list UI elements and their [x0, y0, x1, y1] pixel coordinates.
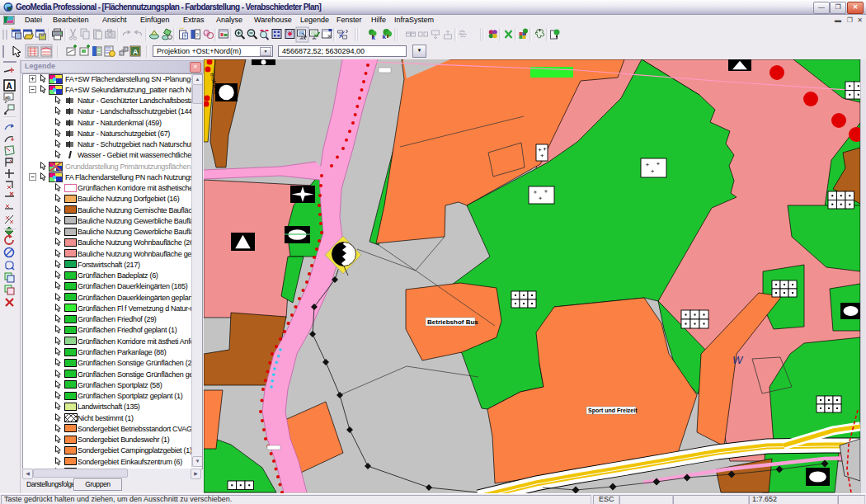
svg-text:k: k [372, 34, 376, 41]
svg-text:A: A [133, 48, 139, 56]
svg-text:A: A [7, 82, 12, 91]
svg-text:?: ? [195, 32, 199, 38]
svg-text:Sport und Freizeit: Sport und Freizeit [588, 407, 638, 414]
svg-text:Betriebshof Bus: Betriebshof Bus [427, 318, 478, 326]
svg-text:ab: ab [5, 95, 11, 100]
svg-text:k: k [383, 33, 387, 40]
svg-text:W: W [732, 354, 744, 366]
